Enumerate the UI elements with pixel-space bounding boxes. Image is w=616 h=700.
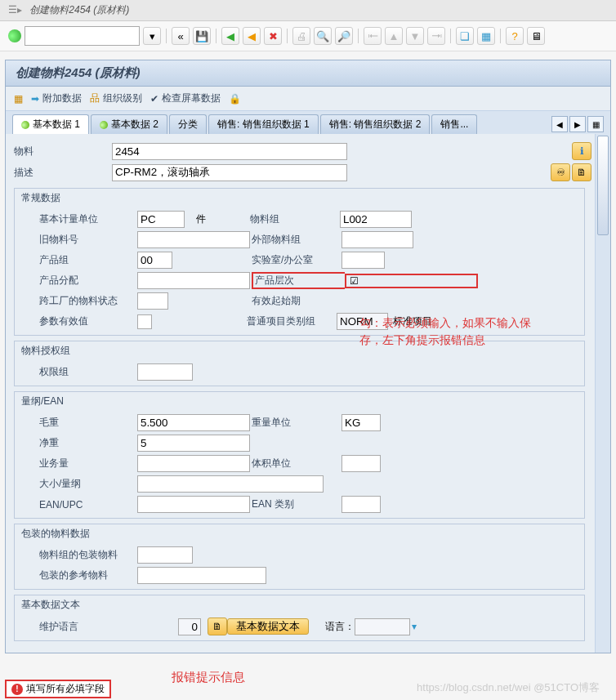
lab-field[interactable]: [341, 252, 385, 269]
auth-label: 权限组: [39, 365, 137, 379]
old-mat-field[interactable]: [137, 231, 250, 248]
accept-icon[interactable]: [8, 29, 21, 42]
app-toolbar: ▾ « 💾 ◀ ◀ ✖ 🖨 🔍 🔎 ⭰ ▲ ▼ ⭲ ❏ ▦ ? 🖥: [0, 21, 616, 51]
general-data-title: 常规数据: [15, 189, 584, 207]
ext-mat-label: 外部物料组: [252, 233, 341, 247]
description-label: 描述: [14, 166, 112, 180]
eancat-label: EAN 类别: [252, 497, 341, 511]
annotation-error-title: 报错提示信息: [172, 670, 245, 685]
layout-icon[interactable]: ▦: [477, 27, 495, 45]
wunit-label: 重量单位: [252, 416, 341, 430]
menu-icon[interactable]: ☰▸: [8, 4, 22, 16]
tab-scroll-right[interactable]: ▶: [569, 116, 586, 132]
first-page-icon[interactable]: ⭰: [364, 27, 382, 45]
cross-plant-field[interactable]: [137, 292, 168, 310]
tab-sales-2[interactable]: 销售: 销售组织数据 2: [320, 114, 431, 134]
find-icon[interactable]: 🔍: [314, 27, 332, 45]
dim-group-title: 量纲/EAN: [15, 392, 584, 411]
wunit-field[interactable]: [341, 414, 381, 431]
tab-scroll-left[interactable]: ◀: [551, 116, 568, 132]
text-doc-icon[interactable]: 🗎: [208, 618, 227, 635]
ref-mat-field[interactable]: [137, 567, 266, 584]
param-valid-label: 参数有效值: [39, 314, 137, 328]
param-valid-checkbox[interactable]: [137, 314, 152, 329]
customize-icon[interactable]: 🖥: [527, 27, 545, 45]
gross-field[interactable]: [137, 414, 250, 431]
annotation-required: 勾：表示必须输入，如果不输入保存，左下角提示报错信息: [359, 314, 531, 349]
doc-button[interactable]: 🗎: [572, 163, 591, 181]
scrollbar-thumb[interactable]: [597, 136, 609, 235]
division-label: 产品组: [39, 253, 137, 267]
net-field[interactable]: [137, 435, 250, 452]
prod-alloc-label: 产品分配: [39, 274, 137, 288]
lab-label: 实验室/办公室: [252, 253, 341, 267]
lang2-field: [355, 618, 410, 635]
tab-basic-2[interactable]: 基本数据 2: [91, 114, 167, 134]
find-next-icon[interactable]: 🔎: [335, 27, 353, 45]
print-icon[interactable]: 🖨: [292, 27, 310, 45]
last-page-icon[interactable]: ⭲: [427, 27, 445, 45]
vunit-label: 体积单位: [252, 457, 341, 470]
command-field[interactable]: [25, 26, 140, 46]
org-levels-button[interactable]: 品组织级别: [90, 91, 142, 105]
new-session-icon[interactable]: ❏: [456, 27, 474, 45]
eancat-field[interactable]: [341, 496, 381, 513]
mat-group-field[interactable]: [340, 211, 412, 228]
pkg-mat-label: 物料组的包装物料: [39, 548, 137, 562]
info-button[interactable]: ℹ: [572, 142, 591, 160]
pkg-mat-field[interactable]: [137, 546, 193, 564]
tab-basic-1[interactable]: 基本数据 1: [12, 114, 89, 134]
additional-data-button[interactable]: ➡附加数据: [31, 91, 82, 105]
tab-strip: 基本数据 1 基本数据 2 分类 销售: 销售组织数据 1 销售: 销售组织数据…: [6, 111, 610, 134]
old-mat-label: 旧物料号: [39, 233, 137, 247]
lang-count: [178, 618, 201, 635]
pack-group-title: 包装的物料数据: [15, 524, 584, 543]
prev-page-icon[interactable]: ▲: [385, 27, 403, 45]
next-page-icon[interactable]: ▼: [406, 27, 424, 45]
dropdown-icon[interactable]: ▾: [412, 621, 417, 632]
save-button[interactable]: 💾: [193, 27, 211, 45]
ext-mat-field[interactable]: [341, 231, 413, 248]
exit-icon[interactable]: ◀: [243, 27, 261, 45]
biz-field[interactable]: [137, 455, 250, 472]
cancel-icon[interactable]: ✖: [264, 27, 282, 45]
prod-hier-required-mark: ☑: [345, 274, 478, 288]
basic-text-button[interactable]: 基本数据文本: [227, 618, 309, 635]
watermark: https://blog.csdn.net/wei @51CTO博客: [417, 680, 600, 695]
description-field[interactable]: [112, 164, 347, 181]
prod-hier-label: 产品层次: [252, 272, 345, 289]
tab-list[interactable]: ▦: [587, 116, 604, 132]
tab-sales-more[interactable]: 销售...: [431, 114, 477, 134]
auth-field[interactable]: [137, 363, 193, 381]
prod-alloc-field[interactable]: [137, 272, 250, 289]
lock-icon[interactable]: 🔒: [229, 93, 241, 105]
ean-field[interactable]: [137, 496, 250, 513]
back-button[interactable]: «: [172, 27, 190, 45]
biz-label: 业务量: [39, 457, 137, 470]
base-uom-field[interactable]: [137, 211, 185, 228]
vunit-field[interactable]: [341, 455, 381, 472]
help-icon[interactable]: ?: [506, 27, 524, 45]
text-group-title: 基本数据文本: [15, 595, 584, 614]
size-field[interactable]: [137, 475, 324, 493]
status-message: 填写所有必填字段: [26, 682, 105, 696]
link-button[interactable]: ♾: [551, 163, 570, 181]
gross-label: 毛重: [39, 416, 137, 430]
back-icon[interactable]: ◀: [221, 27, 239, 45]
cross-plant-label: 跨工厂的物料状态: [39, 294, 137, 308]
vertical-scrollbar[interactable]: [595, 134, 610, 653]
other-material-icon[interactable]: ▦: [14, 93, 23, 105]
division-field[interactable]: [137, 252, 172, 269]
check-screen-button[interactable]: ✔检查屏幕数据: [150, 91, 221, 105]
window-title: 创建物料2454 (原材料): [29, 4, 129, 16]
status-bar: ! 填写所有必填字段: [5, 680, 111, 698]
size-label: 大小/量纲: [39, 477, 137, 491]
lang-label: 维护语言: [39, 620, 137, 634]
net-label: 净重: [39, 436, 137, 450]
material-field[interactable]: [112, 143, 347, 160]
ref-mat-label: 包装的参考物料: [39, 568, 137, 582]
dropdown-toggle[interactable]: ▾: [143, 27, 161, 45]
tab-classification[interactable]: 分类: [169, 114, 207, 134]
tab-sales-1[interactable]: 销售: 销售组织数据 1: [208, 114, 319, 134]
status-ok-icon: [100, 121, 108, 129]
